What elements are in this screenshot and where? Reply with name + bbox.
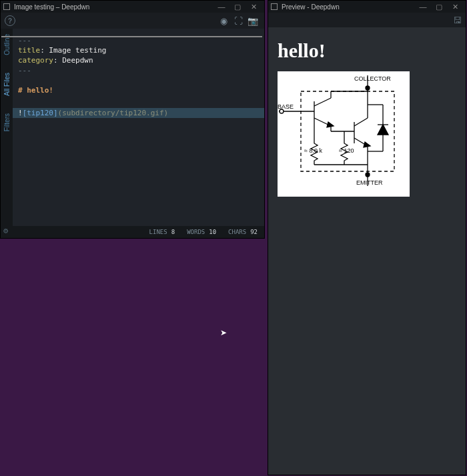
tab-filters[interactable]: Filters	[3, 113, 11, 131]
iv-canvas[interactable]: ‹ ›	[1, 36, 262, 37]
lines-val: 8	[171, 229, 175, 235]
help-icon[interactable]: ?	[5, 15, 15, 26]
preview-title: Preview - Deepdwn	[282, 3, 415, 11]
frontmatter-sep-end: ---	[18, 65, 259, 75]
fm-cat-val: : Deepdwn	[53, 56, 93, 65]
circuit-image: COLLECTOR BASE EMITTER ≈ 8.0 k ≈ 120	[278, 71, 410, 197]
camera-icon[interactable]: 📷	[246, 16, 260, 26]
editor-textarea[interactable]: --- title: Image testing category: Deepd…	[13, 29, 264, 226]
fm-title-val: : Image testing	[40, 46, 106, 55]
label-base: BASE	[278, 103, 294, 110]
svg-line-8	[314, 98, 331, 106]
svg-marker-22	[378, 125, 388, 135]
editor-titlebar[interactable]: Image testing – Deepdwn — ▢ ✕	[1, 1, 264, 13]
img-path: (subdirectory/tip120.gif)	[58, 109, 169, 117]
focus-mode-icon[interactable]: ◉	[216, 16, 231, 26]
fm-title-key: title	[18, 46, 40, 55]
markdown-heading: # hello!	[18, 86, 53, 95]
minimize-button[interactable]: —	[213, 1, 229, 12]
current-line: ![tip120](subdirectory/tip120.gif)	[13, 108, 264, 118]
label-collector: COLLECTOR	[354, 75, 391, 82]
app-icon	[3, 3, 10, 10]
label-r1: ≈ 8.0 k	[304, 147, 322, 154]
words-label: WORDS	[187, 229, 205, 235]
preview-heading: hello!	[278, 39, 456, 62]
preview-window: Preview - Deepdwn — ▢ ✕ 🖫 hello!	[268, 0, 466, 475]
close-button[interactable]: ✕	[246, 1, 262, 12]
preview-toolbar: 🖫	[268, 13, 466, 27]
maximize-button[interactable]: ▢	[431, 1, 447, 12]
label-emitter: EMITTER	[356, 179, 383, 186]
mouse-cursor-icon: ➤	[220, 328, 227, 337]
fm-cat-key: category	[18, 56, 53, 65]
app-icon	[271, 3, 278, 10]
maximize-button[interactable]: ▢	[229, 1, 246, 12]
minimize-button[interactable]: —	[415, 1, 431, 12]
gear-icon[interactable]: ⚙	[3, 226, 8, 235]
label-r2: ≈ 120	[339, 147, 354, 154]
svg-point-4	[366, 173, 370, 177]
img-alt: [tip120]	[23, 109, 58, 117]
editor-sidetabs: Outline All Files Filters	[1, 29, 13, 226]
preview-body: hello!	[268, 27, 466, 475]
preview-titlebar[interactable]: Preview - Deepdwn — ▢ ✕	[268, 1, 466, 13]
svg-point-2	[366, 86, 370, 90]
save-icon[interactable]: 🖫	[453, 15, 462, 25]
editor-title: Image testing – Deepdwn	[14, 3, 213, 11]
svg-marker-19	[364, 142, 370, 147]
svg-marker-12	[327, 122, 334, 127]
words-val: 10	[209, 229, 216, 235]
fullscreen-icon[interactable]: ⛶	[231, 16, 246, 26]
chars-val: 92	[250, 229, 258, 235]
tab-all-files[interactable]: All Files	[3, 73, 11, 96]
lines-label: LINES	[149, 229, 167, 235]
editor-statusbar: ⚙ LINES8 WORDS10 CHARS92	[1, 226, 264, 238]
chars-label: CHARS	[228, 229, 246, 235]
img-bang: !	[18, 109, 23, 117]
svg-line-16	[354, 118, 368, 126]
close-button[interactable]: ✕	[447, 1, 463, 12]
editor-toolbar: ? ◉ ⛶ 📷	[1, 13, 264, 29]
